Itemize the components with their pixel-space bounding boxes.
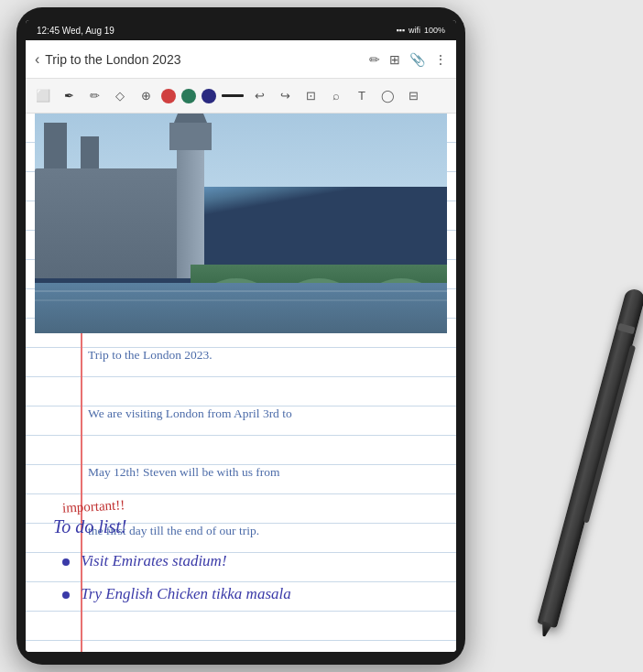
status-time: 12:45 Wed, Aug 19: [37, 26, 114, 36]
view-icon[interactable]: ⊞: [389, 52, 400, 67]
header-action-icons: ✏ ⊞ 📎 ⋮: [369, 52, 447, 67]
bullet-2: [62, 591, 70, 599]
handwritten-important-label: important!!: [62, 498, 447, 516]
s-pen-clip: [583, 345, 637, 524]
back-button[interactable]: ‹: [35, 51, 39, 68]
typed-line-1: Trip to the London 2023.: [88, 341, 445, 370]
todo-item-1: Visit Emirates stadium!: [53, 545, 447, 578]
tablet-body: 12:45 Wed, Aug 19 ▪▪▪ wifi 100% ‹ Trip t…: [16, 7, 465, 665]
typed-line-4: [88, 428, 445, 458]
note-area[interactable]: Trip to the London 2023. We are visiting…: [26, 114, 456, 652]
text-icon[interactable]: T: [352, 86, 372, 106]
big-ben-clock: [169, 123, 212, 150]
tablet-screen: 12:45 Wed, Aug 19 ▪▪▪ wifi 100% ‹ Trip t…: [26, 20, 456, 652]
select-icon[interactable]: ⊡: [300, 86, 321, 106]
todo-item-1-text: Visit Emirates stadium!: [81, 552, 226, 569]
typed-line-3: We are visiting London from April 3rd to: [88, 399, 445, 428]
typed-line-2: [88, 370, 445, 399]
thames-river: [35, 283, 447, 333]
color-green[interactable]: [181, 89, 196, 103]
toolbar-pencil-icon[interactable]: ✏: [84, 86, 104, 106]
todo-item-2: Try English Chicken tikka masala: [53, 578, 447, 611]
toolbar-marker-icon[interactable]: ◇: [110, 86, 130, 106]
parliament-tower-1: [44, 123, 67, 168]
note-title: Trip to the London 2023: [45, 52, 369, 67]
important-text: important!!: [62, 497, 125, 516]
london-photo: [35, 114, 447, 333]
signal-icon: ▪▪▪: [396, 26, 405, 35]
tablet-container: 12:45 Wed, Aug 19 ▪▪▪ wifi 100% ‹ Trip t…: [0, 0, 643, 672]
app-header: ‹ Trip to the London 2023 ✏ ⊞ 📎 ⋮: [26, 40, 456, 79]
s-pen-stylus: [537, 287, 643, 629]
lasso-icon[interactable]: ⌕: [326, 86, 346, 106]
undo-icon[interactable]: ↩: [249, 86, 269, 106]
s-pen-button: [617, 323, 635, 334]
parliament-building: [35, 168, 200, 278]
big-ben-spire: [174, 114, 207, 123]
water-reflection-2: [35, 299, 447, 301]
big-ben-body: [177, 123, 204, 278]
color-blue[interactable]: [202, 89, 216, 103]
typed-line-5: May 12th! Steven will be with us from: [88, 458, 445, 487]
wifi-icon: wifi: [409, 26, 420, 35]
todo-item-2-text: Try English Chicken tikka masala: [81, 585, 290, 602]
drawing-toolbar: ⬜ ✒ ✏ ◇ ⊕ ↩ ↪ ⊡ ⌕ T ◯ ⊟: [26, 79, 456, 114]
toolbar-shape-icon[interactable]: ⊕: [136, 86, 156, 106]
eraser-icon[interactable]: ◯: [377, 86, 398, 106]
toolbar-layout-icon[interactable]: ⬜: [33, 86, 53, 106]
bullet-1: [62, 558, 70, 566]
toolbar-pen-icon[interactable]: ✒: [59, 86, 79, 106]
redo-icon[interactable]: ↪: [275, 86, 295, 106]
status-icons: ▪▪▪ wifi 100%: [396, 26, 445, 35]
water-reflection: [35, 290, 447, 292]
edit-icon[interactable]: ✏: [369, 52, 380, 67]
attach-icon[interactable]: 📎: [409, 52, 425, 67]
todo-title: To do list!: [53, 516, 447, 537]
handwritten-section: important!! To do list! Visit Emirates s…: [53, 498, 447, 611]
more-icon[interactable]: ⋮: [434, 52, 447, 67]
battery-icon: 100%: [424, 26, 445, 35]
london-photo-image: [35, 114, 447, 333]
color-red[interactable]: [161, 89, 176, 103]
stroke-selector[interactable]: [222, 94, 244, 97]
parliament-tower-2: [81, 136, 99, 168]
s-pen-tip: [539, 621, 553, 638]
format-icon[interactable]: ⊟: [403, 86, 423, 106]
status-bar: 12:45 Wed, Aug 19 ▪▪▪ wifi 100%: [26, 20, 456, 40]
